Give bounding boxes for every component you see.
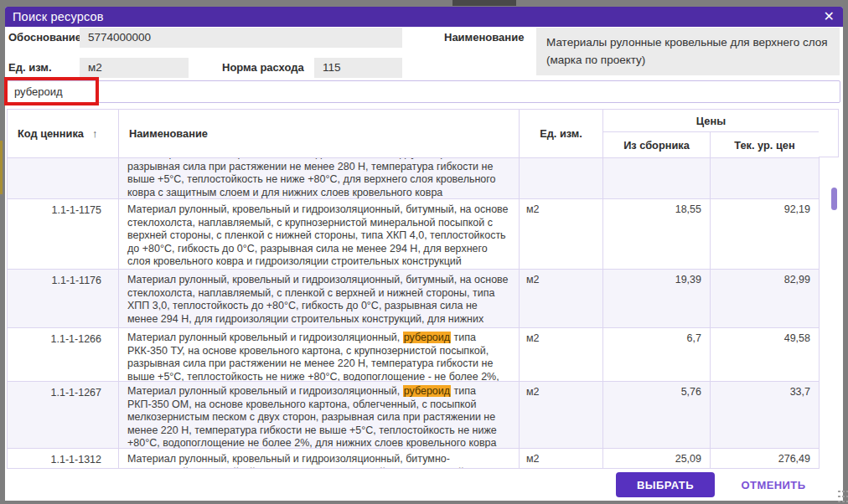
cell-name: основе кровельного картона, с пылевидной… — [118, 158, 519, 198]
cell-code: 1.1-1-1176 — [8, 270, 118, 327]
search-input[interactable] — [7, 80, 840, 103]
cell-price-current: 49,58 — [710, 328, 819, 381]
cell-price-book: 25,09 — [602, 449, 710, 468]
cell-price-current: 82,99 — [710, 270, 819, 327]
select-button[interactable]: ВЫБРАТЬ — [616, 472, 715, 497]
table-row[interactable]: 1.1-1-1175 Материал рулонный, кровельный… — [8, 198, 819, 269]
cell-price-current: 276,49 — [710, 449, 819, 468]
unit-field[interactable]: м2 — [80, 58, 189, 78]
cell-price-current: 92,19 — [710, 199, 819, 269]
rate-label: Норма расхода — [222, 58, 304, 78]
table-row[interactable]: основе кровельного картона, с пылевидной… — [8, 158, 819, 198]
unit-label: Ед. изм. — [8, 58, 52, 78]
cell-code: 1.1-1-1175 — [8, 199, 118, 269]
cancel-button[interactable]: ОТМЕНИТЬ — [729, 472, 818, 497]
cell-price-book: 6,7 — [602, 328, 710, 381]
cell-name: Материал рулонный, кровельный и гидроизо… — [118, 270, 519, 327]
cell-code: 1.1-1-1266 — [8, 328, 118, 381]
sort-ascending-icon[interactable]: ↑ — [92, 127, 98, 140]
header-name[interactable]: Наименование — [118, 110, 519, 157]
results-table: Код ценника ↑ Наименование Ед. изм. Цены… — [7, 109, 820, 469]
name-field[interactable]: Материалы рулонные кровельные для верхне… — [536, 28, 840, 75]
name-label: Наименование — [444, 28, 524, 48]
cell-code — [8, 158, 118, 198]
cell-name: Материал рулонный кровельный и гидроизол… — [118, 382, 519, 448]
dialog-titlebar[interactable]: Поиск ресурсов ✕ — [5, 7, 843, 27]
cell-price-current — [710, 158, 819, 198]
table-row[interactable]: 1.1-1-1267 Материал рулонный кровельный … — [8, 381, 819, 448]
table-row[interactable]: 1.1-1-1176 Материал рулонный, кровельный… — [8, 269, 819, 327]
cell-unit — [519, 158, 602, 198]
header-code[interactable]: Код ценника ↑ — [8, 110, 118, 157]
justification-field[interactable]: 5774000000 — [80, 28, 402, 48]
table-row[interactable]: 1.1-1-1312 Материал рулонный, кровельный… — [8, 448, 819, 468]
cell-code: 1.1-1-1267 — [8, 382, 118, 448]
table-scrollbar-thumb[interactable] — [831, 188, 837, 210]
cell-name: Материал рулонный, кровельный и гидроизо… — [118, 199, 519, 269]
cell-price-book: 18,55 — [602, 199, 710, 269]
cell-name: Материал рулонный, кровельный и гидроизо… — [118, 449, 519, 468]
search-highlight: рубероид — [403, 385, 451, 397]
header-unit[interactable]: Ед. изм. — [519, 110, 602, 157]
cell-unit: м2 — [519, 270, 602, 327]
dialog-title: Поиск ресурсов — [13, 10, 104, 23]
header-price-book[interactable]: Из сборника — [602, 132, 710, 157]
table-header-gutter — [819, 109, 839, 157]
close-icon[interactable]: ✕ — [824, 8, 835, 26]
cell-price-current: 33,7 — [710, 382, 819, 448]
cell-price-book: 5,76 — [602, 382, 710, 448]
search-highlight: рубероид — [403, 332, 451, 343]
justification-label: Обоснование — [8, 28, 81, 48]
rate-field[interactable]: 115 — [314, 58, 402, 78]
background-edge-fragment — [0, 141, 3, 194]
cell-unit: м2 — [519, 199, 602, 269]
cell-unit: м2 — [519, 328, 602, 381]
cell-name: Материал рулонный кровельный и гидроизол… — [118, 328, 519, 381]
resource-search-dialog: Поиск ресурсов ✕ Обоснование 5774000000 … — [5, 7, 843, 501]
background-window-fragment — [452, 0, 516, 6]
header-prices-group: Цены — [602, 110, 819, 132]
cell-price-book — [602, 158, 710, 198]
cell-price-book: 19,39 — [602, 270, 710, 327]
cell-unit: м2 — [519, 449, 602, 468]
cell-unit: м2 — [519, 382, 602, 448]
table-row[interactable]: 1.1-1-1266 Материал рулонный кровельный … — [8, 327, 819, 381]
cell-code: 1.1-1-1312 — [8, 449, 118, 468]
header-price-current[interactable]: Тек. ур. цен — [710, 132, 819, 157]
resize-grip-icon[interactable] — [836, 488, 848, 502]
table-header: Код ценника ↑ Наименование Ед. изм. Цены… — [8, 110, 819, 158]
